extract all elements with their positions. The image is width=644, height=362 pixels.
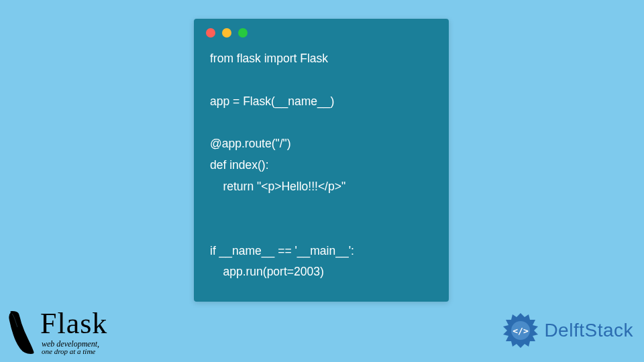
minimize-icon — [222, 28, 231, 38]
flask-title: Flask — [40, 309, 107, 339]
code-window: from flask import Flask app = Flask(__na… — [194, 19, 449, 302]
close-icon — [206, 28, 215, 38]
code-content: from flask import Flask app = Flask(__na… — [194, 44, 449, 296]
delftstack-text: DelftStack — [544, 320, 633, 341]
flask-subtitle-2: one drop at a time — [42, 348, 107, 355]
svg-text:</>: </> — [513, 326, 529, 336]
flask-logo: Flask web development, one drop at a tim… — [5, 309, 107, 355]
maximize-icon — [238, 28, 248, 38]
flask-horn-icon — [5, 310, 36, 355]
delftstack-logo: </> DelftStack — [501, 311, 633, 350]
traffic-lights — [194, 19, 449, 44]
flask-logo-text: Flask web development, one drop at a tim… — [40, 309, 107, 355]
delftstack-mark-icon: </> — [501, 311, 540, 350]
